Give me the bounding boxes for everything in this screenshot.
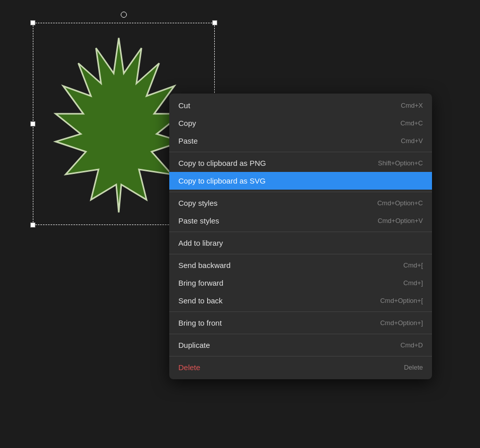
menu-item-add-library[interactable]: Add to library xyxy=(169,234,432,252)
menu-item-bring-to-front[interactable]: Bring to frontCmd+Option+] xyxy=(169,314,432,332)
menu-item-label-bring-forward: Bring forward xyxy=(178,279,223,287)
menu-item-copy-svg[interactable]: Copy to clipboard as SVG xyxy=(169,172,432,190)
handle-top-right[interactable] xyxy=(212,20,217,25)
menu-item-shortcut-paste: Cmd+V xyxy=(401,137,423,145)
menu-item-duplicate[interactable]: DuplicateCmd+D xyxy=(169,336,432,354)
menu-item-send-to-back[interactable]: Send to backCmd+Option+[ xyxy=(169,292,432,309)
menu-item-label-copy-styles: Copy styles xyxy=(178,199,218,207)
menu-item-copy-png[interactable]: Copy to clipboard as PNGShift+Option+C xyxy=(169,154,432,172)
menu-item-shortcut-cut: Cmd+X xyxy=(401,102,423,109)
menu-item-label-cut: Cut xyxy=(178,101,190,110)
menu-divider-after-add-library xyxy=(169,254,432,254)
menu-item-bring-forward[interactable]: Bring forwardCmd+] xyxy=(169,274,432,292)
menu-item-delete[interactable]: DeleteDelete xyxy=(169,359,432,376)
menu-item-shortcut-copy-styles: Cmd+Option+C xyxy=(377,199,423,207)
menu-divider-after-duplicate xyxy=(169,356,432,356)
menu-divider-after-copy-svg xyxy=(169,192,432,192)
menu-item-label-copy-svg: Copy to clipboard as SVG xyxy=(178,176,266,185)
menu-item-shortcut-delete: Delete xyxy=(404,364,423,371)
menu-item-shortcut-bring-to-front: Cmd+Option+] xyxy=(380,319,423,327)
handle-bottom-left[interactable] xyxy=(30,222,35,228)
svg-marker-0 xyxy=(56,38,182,212)
menu-item-label-bring-to-front: Bring to front xyxy=(178,319,222,327)
menu-item-label-duplicate: Duplicate xyxy=(178,341,210,349)
context-menu: CutCmd+XCopyCmd+CPasteCmd+VCopy to clipb… xyxy=(169,94,432,379)
menu-item-shortcut-send-to-back: Cmd+Option+[ xyxy=(380,297,423,304)
menu-divider-after-bring-to-front xyxy=(169,334,432,334)
menu-divider-after-paste xyxy=(169,152,432,152)
menu-item-paste-styles[interactable]: Paste stylesCmd+Option+V xyxy=(169,212,432,230)
canvas: CutCmd+XCopyCmd+CPasteCmd+VCopy to clipb… xyxy=(0,0,480,448)
menu-item-shortcut-send-backward: Cmd+[ xyxy=(403,261,423,269)
menu-item-label-add-library: Add to library xyxy=(178,239,223,247)
menu-item-copy[interactable]: CopyCmd+C xyxy=(169,114,432,132)
menu-item-cut[interactable]: CutCmd+X xyxy=(169,97,432,114)
menu-divider-after-send-to-back xyxy=(169,311,432,312)
menu-item-paste[interactable]: PasteCmd+V xyxy=(169,132,432,150)
menu-item-send-backward[interactable]: Send backwardCmd+[ xyxy=(169,256,432,274)
menu-item-label-send-to-back: Send to back xyxy=(178,296,223,305)
menu-item-label-paste-styles: Paste styles xyxy=(178,216,219,225)
menu-item-shortcut-paste-styles: Cmd+Option+V xyxy=(377,217,423,225)
menu-item-label-copy-png: Copy to clipboard as PNG xyxy=(178,159,266,167)
menu-divider-after-paste-styles xyxy=(169,232,432,232)
menu-item-copy-styles[interactable]: Copy stylesCmd+Option+C xyxy=(169,194,432,212)
menu-item-label-send-backward: Send backward xyxy=(178,261,230,270)
menu-item-shortcut-copy-png: Shift+Option+C xyxy=(378,159,423,167)
handle-top-left[interactable] xyxy=(30,20,35,25)
rotation-handle[interactable] xyxy=(121,12,127,18)
menu-item-shortcut-copy: Cmd+C xyxy=(401,119,423,127)
menu-item-shortcut-duplicate: Cmd+D xyxy=(401,341,423,349)
menu-item-label-copy: Copy xyxy=(178,119,196,127)
handle-mid-left[interactable] xyxy=(30,121,35,126)
menu-item-label-paste: Paste xyxy=(178,137,198,145)
menu-item-shortcut-bring-forward: Cmd+] xyxy=(403,279,423,287)
menu-item-label-delete: Delete xyxy=(178,363,200,372)
